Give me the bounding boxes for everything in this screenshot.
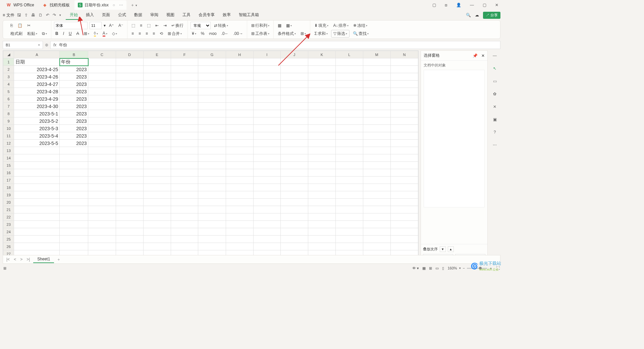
cell-I14[interactable] xyxy=(253,154,280,162)
col-header-E[interactable]: E xyxy=(143,51,171,58)
cell-N16[interactable] xyxy=(390,169,418,177)
cell-J4[interactable] xyxy=(281,81,308,88)
name-box[interactable]: B1 ▾ xyxy=(3,41,43,49)
cell-H18[interactable] xyxy=(226,184,253,191)
cell-B7[interactable]: 2023 xyxy=(60,103,88,110)
cell-D3[interactable] xyxy=(116,73,143,81)
cell-J18[interactable] xyxy=(281,184,308,191)
cell-E8[interactable] xyxy=(143,110,171,117)
cell-G15[interactable] xyxy=(198,162,226,169)
cell-D14[interactable] xyxy=(116,154,143,162)
cell-A8[interactable]: 2023-5-1 xyxy=(14,110,60,117)
cell-L22[interactable] xyxy=(335,213,363,221)
italic-button[interactable]: I xyxy=(62,31,65,37)
col-header-F[interactable]: F xyxy=(171,51,198,58)
view-reader-icon[interactable]: ▯ xyxy=(442,266,444,270)
cell-M17[interactable] xyxy=(363,177,390,184)
cell-J13[interactable] xyxy=(281,147,308,154)
cell-E13[interactable] xyxy=(143,147,171,154)
sheet-next-icon[interactable]: > xyxy=(19,257,23,262)
cell-C19[interactable] xyxy=(88,191,116,199)
move-up-icon[interactable]: ▴ xyxy=(448,246,454,252)
cell-M19[interactable] xyxy=(363,191,390,199)
cell-J6[interactable] xyxy=(281,95,308,103)
cell-N11[interactable] xyxy=(390,132,418,140)
cell-K22[interactable] xyxy=(308,213,335,221)
freeze-button[interactable]: ❄ 冻结▾ xyxy=(352,22,369,29)
cell-I3[interactable] xyxy=(253,73,280,81)
cell-E18[interactable] xyxy=(143,184,171,191)
cell-M9[interactable] xyxy=(363,117,390,125)
cell-L9[interactable] xyxy=(335,117,363,125)
cell-L12[interactable] xyxy=(335,140,363,147)
menu-公式[interactable]: 公式 xyxy=(114,11,130,20)
decrease-font-icon[interactable]: A⁻ xyxy=(117,22,124,29)
move-down-icon[interactable]: ▾ xyxy=(440,246,446,252)
cell-H21[interactable] xyxy=(226,206,253,213)
cell-J23[interactable] xyxy=(281,221,308,228)
menu-开始[interactable]: 开始 xyxy=(66,11,82,20)
cell-L10[interactable] xyxy=(335,125,363,132)
cell-M1[interactable] xyxy=(363,58,390,66)
cell-H1[interactable] xyxy=(226,58,253,66)
row-header-19[interactable]: 19 xyxy=(3,191,14,199)
cell-G6[interactable] xyxy=(198,95,226,103)
cell-F13[interactable] xyxy=(171,147,198,154)
cell-B1[interactable]: 年份 xyxy=(60,58,88,66)
paste-icon[interactable]: 📋 xyxy=(16,22,24,29)
cell-C8[interactable] xyxy=(88,110,116,117)
menu-视图[interactable]: 视图 xyxy=(162,11,178,20)
cell-K17[interactable] xyxy=(308,177,335,184)
cell-G7[interactable] xyxy=(198,103,226,110)
cell-I13[interactable] xyxy=(253,147,280,154)
cell-H11[interactable] xyxy=(226,132,253,140)
strike-button[interactable]: A xyxy=(75,31,80,37)
cell-D19[interactable] xyxy=(116,191,143,199)
cell-G14[interactable] xyxy=(198,154,226,162)
cell-C23[interactable] xyxy=(88,221,116,228)
zoom-out-button[interactable]: − xyxy=(463,266,465,270)
cell-H14[interactable] xyxy=(226,154,253,162)
cell-N4[interactable] xyxy=(390,81,418,88)
cell-G11[interactable] xyxy=(198,132,226,140)
cell-L11[interactable] xyxy=(335,132,363,140)
cell-C18[interactable] xyxy=(88,184,116,191)
col-header-J[interactable]: J xyxy=(281,51,308,58)
cell-E15[interactable] xyxy=(143,162,171,169)
row-header-7[interactable]: 7 xyxy=(3,103,14,110)
view-normal-icon[interactable]: ▦ xyxy=(422,266,426,270)
maximize-button[interactable]: ▢ xyxy=(481,2,488,8)
font-color-button[interactable]: A▾ xyxy=(101,30,109,37)
close-pane-icon[interactable]: ✕ xyxy=(481,53,485,58)
cell-D13[interactable] xyxy=(116,147,143,154)
cell-E21[interactable] xyxy=(143,206,171,213)
row-header-1[interactable]: 1 xyxy=(3,58,14,66)
cell-B20[interactable] xyxy=(60,199,88,206)
indent-decrease-icon[interactable]: ⇤ xyxy=(154,22,160,29)
cell-B10[interactable]: 2023 xyxy=(60,125,88,132)
menu-数据[interactable]: 数据 xyxy=(130,11,146,20)
cell-B5[interactable]: 2023 xyxy=(60,88,88,95)
cell-M8[interactable] xyxy=(363,110,390,117)
cell-M21[interactable] xyxy=(363,206,390,213)
col-header-B[interactable]: B xyxy=(60,51,88,58)
menu-页面[interactable]: 页面 xyxy=(98,11,114,20)
undo-icon[interactable]: ↶ xyxy=(46,13,49,17)
cell-N9[interactable] xyxy=(390,117,418,125)
cell-I20[interactable] xyxy=(253,199,280,206)
cell-C11[interactable] xyxy=(88,132,116,140)
app-tab-wps[interactable]: W WPS Office xyxy=(3,0,38,10)
col-header-N[interactable]: N xyxy=(390,51,418,58)
cell-M16[interactable] xyxy=(363,169,390,177)
cell-I18[interactable] xyxy=(253,184,280,191)
chevron-down-icon[interactable]: ▾ xyxy=(104,23,106,28)
row-header-20[interactable]: 20 xyxy=(3,199,14,206)
row-header-17[interactable]: 17 xyxy=(3,177,14,184)
align-top-icon[interactable]: ⬚ xyxy=(130,22,137,29)
cell-A17[interactable] xyxy=(14,177,60,184)
row-header-25[interactable]: 25 xyxy=(3,236,14,243)
cell-N22[interactable] xyxy=(390,213,418,221)
cell-G2[interactable] xyxy=(198,66,226,73)
orientation-icon[interactable]: ⟲ xyxy=(158,31,164,37)
row-header-16[interactable]: 16 xyxy=(3,169,14,177)
